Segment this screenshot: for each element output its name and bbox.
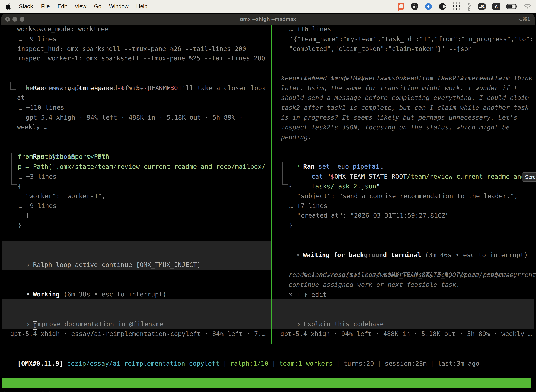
team-workers: team:1 workers (279, 360, 333, 367)
right-pane-bottom-border (272, 344, 534, 344)
command-output: } (289, 220, 293, 230)
separator: | (377, 360, 381, 367)
menu-item-file[interactable]: File (41, 3, 50, 10)
chat-app-menu-icon[interactable] (397, 2, 405, 11)
menu-item-go[interactable]: Go (94, 3, 101, 10)
squiggle-menu-icon[interactable] (467, 2, 471, 11)
path-segment: /team/review-current-readme-and-reco/ (407, 173, 536, 180)
code-line: from pathlib import Path (18, 152, 109, 162)
prompt-chevron-icon: › (297, 320, 301, 327)
status-bullet-icon: • (296, 251, 300, 258)
turns-counter: turns:20 (344, 360, 374, 367)
right-pane-status: gpt-5.4 xhigh · 94% left · 488K in · 5.1… (280, 329, 532, 339)
session-time: session:23m (385, 360, 427, 367)
waiting-label: d terminal (383, 251, 421, 258)
mailbox-message-line: continue assigned work or next feasible … (289, 280, 460, 289)
terminal-line: … +16 lines (289, 24, 331, 34)
separator: | (336, 360, 340, 367)
command-output: be necessary for the end of the README. … (26, 83, 266, 93)
ralph-counter: ralph:1/10 (230, 360, 268, 367)
dark-disc-menu-icon[interactable] (439, 3, 446, 10)
ralph-banner-text: Ralph loop active continue [OMX_TMUX_INJ… (33, 261, 201, 268)
tmux-status-bar: [omx-cczip0:bash* "MacBook-Pro-44.local"… (2, 378, 531, 388)
thinking-line: should send a message before completing … (281, 93, 529, 103)
window-titlebar[interactable]: omx --xhigh --madmax ⌥⌘1 (1, 14, 535, 25)
edit-hint: ⌥ + ↑ edit (289, 290, 327, 300)
menu-item-edit[interactable]: Edit (57, 3, 67, 10)
command-output: … +7 lines (289, 201, 327, 211)
shield-grid-menu-icon[interactable] (411, 2, 418, 10)
prompt-placeholder: mprove documentation in @filename (38, 320, 163, 327)
session-path: cczip/essay/ai-reimplementation-copyleft (67, 360, 220, 367)
prompt-chevron-icon: › (26, 320, 30, 327)
command-output: … +9 lines (19, 201, 57, 211)
waiting-meta: (3m 46s • esc to interrupt) (421, 251, 528, 258)
mailbox-message-line: readme-and-reco/mailbox/worker-1.json, a… (289, 270, 517, 280)
thinking-line: is in progress? It seems likely but perh… (281, 112, 517, 122)
left-pane-bottom-border (2, 344, 271, 344)
command-output: { (289, 181, 293, 191)
window-shortcut-hint: ⌥⌘1 (517, 14, 530, 25)
pane-divider[interactable] (271, 25, 272, 344)
terminal-line: "completed","claim_token":"claim-token"}… (289, 44, 472, 54)
terminal-line: inspect_worker-1: omx sparkshell --tmux-… (17, 53, 265, 63)
prompt-placeholder: Explain this codebase (304, 320, 384, 327)
dot-grid-menu-icon[interactable] (453, 2, 461, 10)
separator: | (430, 360, 434, 367)
status-bullet-icon: • (26, 291, 30, 298)
thinking-line: later. Using the same for transition mig… (281, 83, 517, 93)
desktop: Slack File Edit View Go Window Help (0, 0, 536, 392)
thinking-line: task2 after task1 is complete, but can I… (281, 103, 529, 112)
command-output: … +3 lines (19, 172, 57, 182)
thinking-line: pending. (281, 132, 311, 142)
wifi-icon[interactable] (524, 4, 531, 9)
command-output: at (17, 93, 25, 103)
working-label: Working (33, 291, 60, 298)
command-output: … +110 lines (19, 103, 64, 112)
omx-version: [OMX#0.11.9] (17, 360, 63, 367)
command-output: gpt-5.4 xhigh · 94% left · 488K in · 5.1… (26, 112, 243, 122)
keyboard-layout-menu-icon[interactable]: A (492, 3, 500, 10)
command-output: ] (25, 210, 29, 220)
bolt-badge-menu-icon[interactable] (425, 3, 432, 10)
terminal-line: … +9 lines (19, 34, 57, 44)
ralph-loop-banner: ›Ralph loop active continue [OMX_TMUX_IN… (3, 250, 201, 280)
path-segment: tasks/task-2.json (311, 183, 376, 190)
command-output: "worker": "worker-1", (25, 191, 105, 201)
thinking-line: inspect task2's JSON, focusing on the st… (281, 122, 510, 132)
last-activity: last:3m ago (438, 360, 479, 367)
thinking-line: keep that in mind. Maybe I also need the… (281, 73, 521, 83)
screen-capture-overlay-button[interactable]: Scre (522, 173, 536, 182)
omx-hud-status-line: [OMX#0.11.9]cczip/essay/ai-reimplementat… (2, 349, 479, 378)
command-output: weekly … (17, 122, 48, 132)
working-status-line: •Working (6m 38s • esc to interrupt) (3, 280, 166, 309)
terminal-line: inspect_hud: omx sparkshell --tmux-pane … (17, 44, 246, 54)
chevron-icon: › (26, 261, 30, 268)
menu-item-view[interactable]: View (75, 3, 86, 10)
code-line: p = Path('.omx/state/team/review-current… (18, 162, 266, 172)
battery-icon[interactable] (507, 4, 517, 9)
command-output: { (18, 181, 22, 191)
working-meta: (6m 38s • esc to interrupt) (60, 291, 166, 298)
separator: | (223, 360, 227, 367)
waiting-label: Waiting for back (303, 251, 364, 258)
left-pane-status: gpt-5.4 xhigh · essay/ai-reimplementatio… (10, 329, 266, 339)
tmux-session-name: [omx-cczip0:bash* (3, 388, 68, 392)
command-output: } (18, 220, 22, 230)
apple-menu-icon[interactable] (6, 3, 11, 10)
count-badge-menu-icon[interactable]: ..61 (478, 3, 486, 10)
waiting-label-shimmer: groun (364, 251, 383, 258)
menu-item-help[interactable]: Help (136, 3, 148, 10)
terminal-line: '{"team_name":"my-team","task_id":"1","f… (290, 34, 534, 44)
command-output: "created_at": "2026-03-31T11:59:27.816Z" (297, 210, 449, 220)
quote: " (376, 183, 380, 190)
separator: | (272, 360, 276, 367)
menu-app-name[interactable]: Slack (19, 3, 33, 10)
menu-bar: Slack File Edit View Go Window Help (0, 0, 536, 13)
menu-item-window[interactable]: Window (109, 3, 128, 10)
text-cursor: I (33, 321, 38, 330)
terminal-line: workspace_mode: worktree (17, 24, 109, 34)
command-output: "subject": "send a concise recommendatio… (297, 191, 518, 201)
window-title: omx --xhigh --madmax (1, 14, 535, 25)
